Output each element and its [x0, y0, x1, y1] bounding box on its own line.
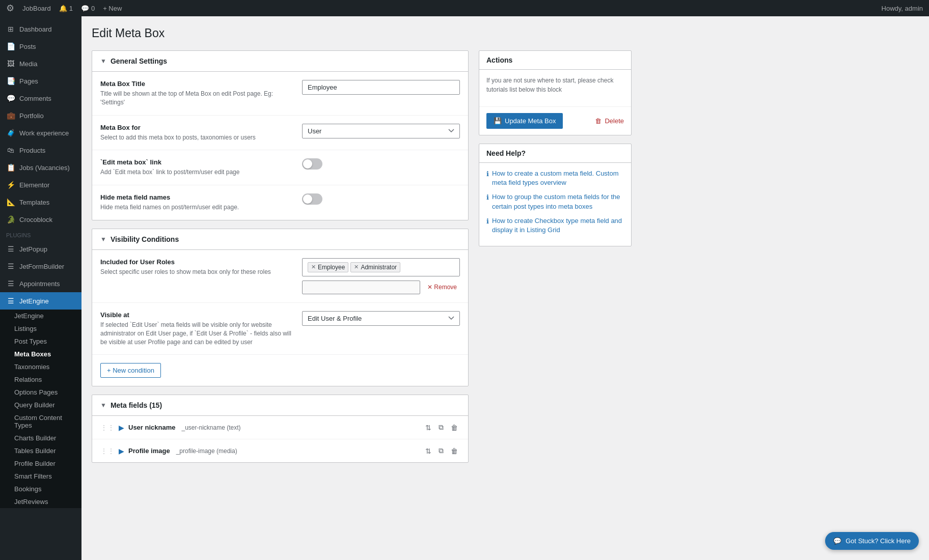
- sidebar-item-label: Posts: [19, 43, 36, 50]
- remove-employee-role[interactable]: ✕: [311, 264, 316, 270]
- help-link-1[interactable]: ℹ How to create a custom meta field. Cus…: [486, 169, 624, 187]
- submenu-item-relations[interactable]: Relations: [0, 373, 81, 386]
- visible-at-select[interactable]: Edit User & Profile Edit User: [302, 311, 460, 326]
- sidebar-item-jetformbuilder[interactable]: ☰ JetFormBuilder: [0, 258, 81, 275]
- sidebar-item-appointments[interactable]: ☰ Appointments: [0, 275, 81, 292]
- submenu-item-profile-builder[interactable]: Profile Builder: [0, 457, 81, 470]
- remove-role-button[interactable]: ✕ Remove: [424, 283, 460, 292]
- submenu-item-custom-content-types[interactable]: Custom Content Types: [0, 411, 81, 432]
- role-search-input[interactable]: [302, 281, 420, 294]
- help-link-3[interactable]: ℹ How to create Checkbox type meta field…: [486, 216, 624, 235]
- submenu-item-charts-builder[interactable]: Charts Builder: [0, 432, 81, 444]
- edit-meta-link-row: `Edit meta box` link Add `Edit meta box`…: [92, 150, 468, 185]
- submenu-item-listings[interactable]: Listings: [0, 322, 81, 335]
- submenu-item-smart-filters[interactable]: Smart Filters: [0, 470, 81, 483]
- sidebar-item-work-experience[interactable]: 🧳 Work experience: [0, 124, 81, 142]
- role-tag-employee[interactable]: ✕ Employee: [308, 262, 348, 272]
- submenu-item-tables-builder[interactable]: Tables Builder: [0, 444, 81, 457]
- meta-box-for-select[interactable]: User Post Taxonomy: [302, 124, 460, 138]
- role-tag-administrator[interactable]: ✕ Administrator: [350, 262, 400, 272]
- field-actions: ⇅ ⧉ 🗑: [423, 444, 460, 457]
- submenu-item-query-builder[interactable]: Query Builder: [0, 399, 81, 411]
- appointments-icon: ☰: [6, 279, 15, 288]
- visibility-conditions-card: ▼ Visibility Conditions Included for Use…: [92, 229, 469, 386]
- visibility-conditions-header[interactable]: ▼ Visibility Conditions: [92, 229, 468, 250]
- elementor-icon: ⚡: [6, 180, 15, 189]
- actions-title: Actions: [479, 51, 631, 70]
- edit-meta-link-toggle[interactable]: [302, 158, 322, 170]
- hide-meta-toggle[interactable]: [302, 193, 322, 205]
- sidebar-item-portfolio[interactable]: 💼 Portfolio: [0, 107, 81, 124]
- actions-content: If you are not sure where to start, plea…: [479, 70, 631, 106]
- jetpopup-icon: ☰: [6, 244, 15, 254]
- sidebar-item-posts[interactable]: 📄 Posts: [0, 38, 81, 55]
- sidebar-item-elementor[interactable]: ⚡ Elementor: [0, 176, 81, 193]
- new-item[interactable]: + New: [103, 5, 122, 12]
- help-icon-1: ℹ: [486, 170, 489, 179]
- meta-box-title-row: Meta Box Title Title will be shown at th…: [92, 72, 468, 116]
- actions-box: Actions If you are not sure where to sta…: [479, 50, 632, 135]
- expand-field-icon[interactable]: ▶: [119, 447, 124, 455]
- visible-at-desc: If selected `Edit User` meta fields will…: [100, 321, 291, 346]
- submenu-item-post-types[interactable]: Post Types: [0, 335, 81, 348]
- reorder-field-button[interactable]: ⇅: [423, 444, 433, 457]
- sidebar-item-label: Jobs (Vacancies): [19, 164, 70, 172]
- table-row: ⋮⋮ ▶ Profile image _profile-image (media…: [92, 439, 468, 462]
- jetformbuilder-icon: ☰: [6, 262, 15, 271]
- meta-box-title-input[interactable]: [302, 80, 460, 95]
- delete-field-button[interactable]: 🗑: [449, 421, 460, 434]
- notifications[interactable]: 🔔 1: [59, 5, 73, 12]
- hide-meta-row: Hide meta field names Hide meta field na…: [92, 185, 468, 220]
- edit-meta-link-desc: Add `Edit meta box` link to post/term/us…: [100, 169, 239, 176]
- sidebar-item-templates[interactable]: 📐 Templates: [0, 193, 81, 211]
- roles-tag-container[interactable]: ✕ Employee ✕ Administrator: [302, 258, 460, 276]
- reorder-field-button[interactable]: ⇅: [423, 421, 433, 434]
- role-tag-administrator-label: Administrator: [361, 264, 397, 271]
- help-link-2[interactable]: ℹ How to group the custom meta fields fo…: [486, 192, 624, 211]
- need-help-box: Need Help? ℹ How to create a custom meta…: [479, 144, 632, 246]
- submenu-item-taxonomies[interactable]: Taxonomies: [0, 360, 81, 373]
- role-select-row: ✕ Remove: [302, 281, 460, 294]
- meta-fields-header[interactable]: ▼ Meta fields (15): [92, 395, 468, 416]
- submenu-item-options-pages[interactable]: Options Pages: [0, 386, 81, 399]
- general-settings-header[interactable]: ▼ General Settings: [92, 51, 468, 72]
- submenu-item-bookings[interactable]: Bookings: [0, 483, 81, 495]
- new-condition-button[interactable]: + New condition: [100, 363, 161, 378]
- sidebar-item-comments[interactable]: 💬 Comments: [0, 90, 81, 107]
- posts-icon: 📄: [6, 42, 15, 51]
- sidebar-item-dashboard[interactable]: ⊞ Dashboard: [0, 20, 81, 38]
- drag-handle-icon[interactable]: ⋮⋮: [100, 447, 115, 455]
- got-stuck-label: Got Stuck? Click Here: [845, 537, 911, 545]
- user-greeting: Howdy, admin: [882, 5, 923, 12]
- submenu-item-jetengine[interactable]: JetEngine: [0, 310, 81, 322]
- sidebar-item-media[interactable]: 🖼 Media: [0, 55, 81, 72]
- sidebar-item-crocoblock[interactable]: 🐊 Crocoblock: [0, 211, 81, 228]
- meta-box-title-desc: Title will be shown at the top of Meta B…: [100, 90, 273, 106]
- copy-field-button[interactable]: ⧉: [436, 444, 446, 457]
- sidebar-item-products[interactable]: 🛍 Products: [0, 142, 81, 159]
- got-stuck-button[interactable]: 💬 Got Stuck? Click Here: [825, 532, 919, 550]
- submenu-item-jetreviews[interactable]: JetReviews: [0, 495, 81, 508]
- page-title: Edit Meta Box: [92, 26, 632, 40]
- submenu-item-meta-boxes[interactable]: Meta Boxes: [0, 348, 81, 360]
- copy-field-button[interactable]: ⧉: [436, 421, 446, 434]
- sidebar-item-pages[interactable]: 📑 Pages: [0, 72, 81, 90]
- actions-buttons-row: 💾 Update Meta Box 🗑 Delete: [479, 106, 631, 135]
- sidebar-item-jetengine[interactable]: ☰ JetEngine: [0, 292, 81, 310]
- site-name[interactable]: JobBoard: [22, 5, 51, 12]
- delete-field-button[interactable]: 🗑: [449, 444, 460, 457]
- update-meta-box-button[interactable]: 💾 Update Meta Box: [486, 113, 563, 129]
- sidebar-item-jobs[interactable]: 📋 Jobs (Vacancies): [0, 159, 81, 176]
- table-row: ⋮⋮ ▶ User nickname _user-nickname (text)…: [92, 416, 468, 439]
- media-icon: 🖼: [6, 59, 15, 68]
- meta-box-for-desc: Select to add this meta box to posts, ta…: [100, 134, 256, 141]
- comments-count[interactable]: 💬 0: [81, 5, 95, 12]
- delete-meta-box-button[interactable]: 🗑 Delete: [595, 117, 624, 125]
- hide-meta-label: Hide meta field names: [100, 193, 294, 201]
- sidebar-item-jetpopup[interactable]: ☰ JetPopup: [0, 240, 81, 258]
- sidebar-item-label: Crocoblock: [19, 216, 52, 223]
- drag-handle-icon[interactable]: ⋮⋮: [100, 424, 115, 432]
- expand-field-icon[interactable]: ▶: [119, 424, 124, 432]
- remove-administrator-role[interactable]: ✕: [354, 264, 359, 270]
- sidebar-item-label: Templates: [19, 199, 49, 206]
